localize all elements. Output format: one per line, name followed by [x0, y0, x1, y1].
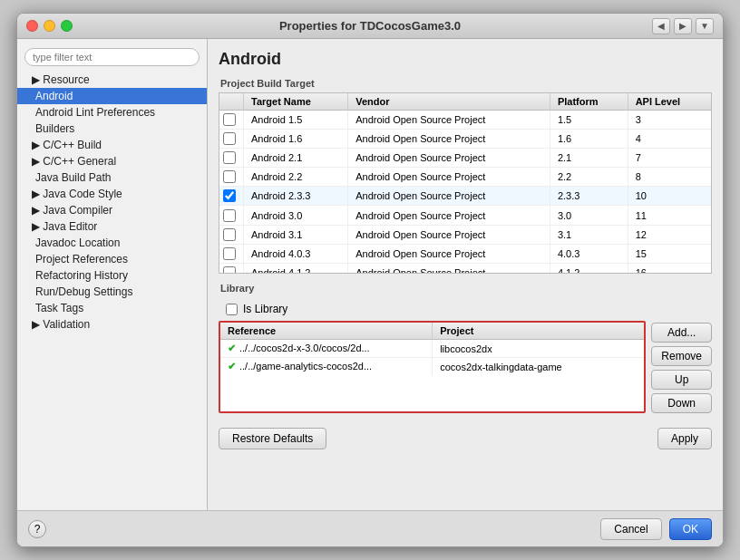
sidebar-item-android[interactable]: Android: [17, 88, 207, 104]
sidebar-item-builders[interactable]: Builders: [17, 121, 207, 137]
down-button[interactable]: Down: [651, 393, 712, 413]
table-row: Android 4.0.3 Android Open Source Projec…: [219, 244, 711, 263]
android-checkbox-0[interactable]: [223, 113, 236, 126]
back-button[interactable]: ◀: [652, 18, 670, 34]
sidebar-item-validation[interactable]: ▶ Validation: [17, 316, 207, 333]
api-level: 3: [628, 111, 711, 130]
close-button[interactable]: [26, 20, 38, 32]
sidebar-item-java-compiler[interactable]: ▶ Java Compiler: [17, 202, 207, 218]
platform-value: 3.1: [550, 225, 628, 244]
table-row: Android 1.6 Android Open Source Project …: [219, 130, 711, 149]
window-buttons: [26, 20, 73, 32]
sidebar-item-java-editor[interactable]: ▶ Java Editor: [17, 218, 207, 235]
android-checkbox-8[interactable]: [223, 266, 236, 274]
vendor-name: Android Open Source Project: [348, 111, 550, 130]
sidebar-item-refactoring[interactable]: Refactoring History: [17, 267, 207, 284]
table-row: Android 4.1.2 Android Open Source Projec…: [219, 263, 711, 274]
forward-button[interactable]: ▶: [674, 18, 692, 34]
content-area: ▶ ResourceAndroidAndroid Lint Preference…: [17, 39, 723, 510]
android-checkbox-2[interactable]: [223, 151, 236, 164]
row-checkbox-cell[interactable]: [219, 225, 244, 244]
vendor-name: Android Open Source Project: [348, 130, 550, 149]
android-checkbox-5[interactable]: [223, 209, 236, 222]
sidebar-item-cpp-build[interactable]: ▶ C/C++ Build: [17, 137, 207, 153]
sidebar-item-javadoc[interactable]: Javadoc Location: [17, 235, 207, 251]
row-checkbox-cell[interactable]: [219, 149, 244, 168]
android-checkbox-4[interactable]: [223, 189, 236, 202]
sidebar-items: ▶ ResourceAndroidAndroid Lint Preference…: [17, 72, 207, 333]
api-level: 7: [628, 149, 711, 168]
api-level: 11: [628, 206, 711, 225]
api-level: 4: [628, 130, 711, 149]
platform-value: 4.1.2: [550, 263, 628, 274]
menu-button[interactable]: ▼: [696, 18, 714, 34]
row-checkbox-cell[interactable]: [219, 206, 244, 225]
col-project: Project: [433, 323, 645, 340]
main-header: Android: [219, 50, 712, 69]
android-checkbox-1[interactable]: [223, 132, 236, 145]
col-vendor: Vendor: [348, 93, 550, 111]
android-checkbox-3[interactable]: [223, 170, 236, 183]
ref-row: ✔../../cocos2d-x-3.0/cocos/2d... libcoco…: [220, 340, 644, 358]
android-versions-table: Target Name Vendor Platform API Level An…: [219, 93, 711, 274]
target-name: Android 2.2: [244, 168, 348, 187]
filter-input[interactable]: [24, 48, 200, 66]
android-checkbox-6[interactable]: [223, 228, 236, 241]
sidebar-item-java-code-style[interactable]: ▶ Java Code Style: [17, 186, 207, 202]
platform-value: 2.3.3: [550, 187, 628, 206]
titlebar-actions: ◀ ▶ ▼: [652, 18, 714, 34]
vendor-name: Android Open Source Project: [348, 225, 550, 244]
sidebar-item-android-lint[interactable]: Android Lint Preferences: [17, 104, 207, 121]
remove-button[interactable]: Remove: [651, 346, 712, 366]
api-level: 16: [628, 263, 711, 274]
platform-value: 2.2: [550, 168, 628, 187]
is-library-row: Is Library: [219, 297, 712, 321]
android-checkbox-7[interactable]: [223, 247, 236, 260]
row-checkbox-cell[interactable]: [219, 111, 244, 130]
api-level: 8: [628, 168, 711, 187]
api-level: 10: [628, 187, 711, 206]
properties-window: Properties for TDCocosGame3.0 ◀ ▶ ▼ ▶ Re…: [16, 13, 724, 547]
restore-defaults-button[interactable]: Restore Defaults: [219, 428, 326, 449]
ok-button[interactable]: OK: [669, 518, 712, 540]
up-button[interactable]: Up: [651, 370, 712, 390]
target-name: Android 3.0: [244, 206, 348, 225]
platform-value: 2.1: [550, 149, 628, 168]
table-row: Android 3.0 Android Open Source Project …: [219, 206, 711, 225]
row-checkbox-cell[interactable]: [219, 168, 244, 187]
table-row: Android 2.3.3 Android Open Source Projec…: [219, 187, 711, 206]
minimize-button[interactable]: [44, 20, 55, 32]
platform-value: 1.6: [550, 130, 628, 149]
sidebar-item-run-debug[interactable]: Run/Debug Settings: [17, 284, 207, 300]
maximize-button[interactable]: [61, 20, 73, 32]
platform-value: 3.0: [550, 206, 628, 225]
row-checkbox-cell[interactable]: [219, 130, 244, 149]
row-checkbox-cell[interactable]: [219, 187, 244, 206]
sidebar-item-cpp-general[interactable]: ▶ C/C++ General: [17, 153, 207, 169]
reference-table-container: Reference Project ✔../../cocos2d-x-3.0/c…: [219, 321, 646, 413]
is-library-checkbox[interactable]: [226, 304, 238, 315]
cancel-button[interactable]: Cancel: [600, 518, 661, 540]
sidebar-item-task-tags[interactable]: Task Tags: [17, 300, 207, 316]
row-checkbox-cell[interactable]: [219, 244, 244, 263]
platform-value: 1.5: [550, 111, 628, 130]
col-platform: Platform: [550, 93, 628, 111]
table-row: Android 2.1 Android Open Source Project …: [219, 149, 711, 168]
vendor-name: Android Open Source Project: [348, 149, 550, 168]
filter-wrap: [17, 44, 207, 72]
add-button[interactable]: Add...: [651, 323, 712, 343]
row-checkbox-cell[interactable]: [219, 263, 244, 274]
sidebar-item-project-refs[interactable]: Project References: [17, 251, 207, 267]
col-api: API Level: [628, 93, 711, 111]
help-button[interactable]: ?: [28, 520, 46, 538]
col-ref: Reference: [220, 323, 433, 340]
apply-button[interactable]: Apply: [657, 428, 712, 449]
sidebar-item-java-build-path[interactable]: Java Build Path: [17, 169, 207, 186]
reference-table: Reference Project ✔../../cocos2d-x-3.0/c…: [220, 323, 644, 375]
sidebar-item-resource[interactable]: ▶ Resource: [17, 72, 207, 88]
ref-table-body: ✔../../cocos2d-x-3.0/cocos/2d... libcoco…: [220, 340, 644, 376]
ref-path: ✔../../cocos2d-x-3.0/cocos/2d...: [220, 340, 433, 358]
target-name: Android 4.1.2: [244, 263, 348, 274]
ref-path: ✔../../game-analytics-cocos2d...: [220, 358, 433, 376]
main-bottom-bar: Restore Defaults Apply: [219, 428, 712, 449]
